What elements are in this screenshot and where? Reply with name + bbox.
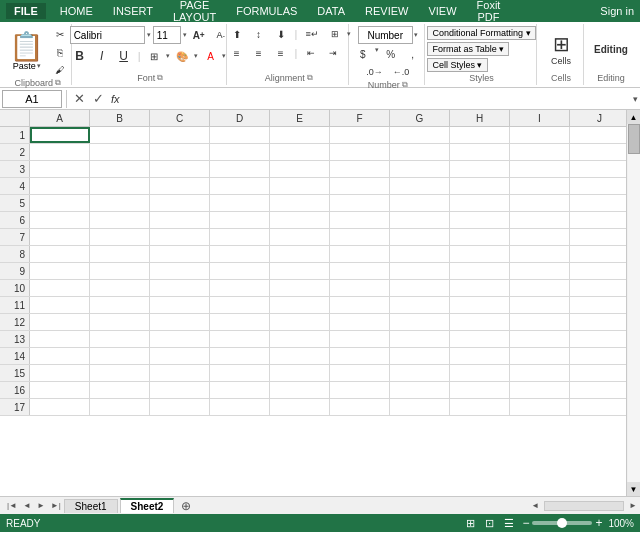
cell-C10[interactable] bbox=[150, 280, 210, 296]
cell-A12[interactable] bbox=[30, 314, 90, 330]
cell-G15[interactable] bbox=[390, 365, 450, 381]
format-table-button[interactable]: Format as Table ▾ bbox=[427, 42, 509, 56]
cell-G1[interactable] bbox=[390, 127, 450, 143]
cell-C17[interactable] bbox=[150, 399, 210, 415]
cell-C16[interactable] bbox=[150, 382, 210, 398]
cell-B3[interactable] bbox=[90, 161, 150, 177]
merge-button[interactable]: ⊞ bbox=[325, 26, 345, 42]
cell-A6[interactable] bbox=[30, 212, 90, 228]
cell-D3[interactable] bbox=[210, 161, 270, 177]
cell-C13[interactable] bbox=[150, 331, 210, 347]
cell-A1[interactable] bbox=[30, 127, 90, 143]
cell-E2[interactable] bbox=[270, 144, 330, 160]
tab-view[interactable]: VIEW bbox=[418, 0, 466, 25]
percent-button[interactable]: % bbox=[381, 46, 401, 62]
cell-D4[interactable] bbox=[210, 178, 270, 194]
cell-C15[interactable] bbox=[150, 365, 210, 381]
cell-A13[interactable] bbox=[30, 331, 90, 347]
cell-E11[interactable] bbox=[270, 297, 330, 313]
cell-D1[interactable] bbox=[210, 127, 270, 143]
zoom-percentage[interactable]: 100% bbox=[608, 518, 634, 529]
fill-color-button[interactable]: 🎨 bbox=[172, 48, 192, 64]
cell-reference-box[interactable] bbox=[2, 90, 62, 108]
number-expand[interactable]: ⧉ bbox=[402, 80, 408, 90]
cell-H11[interactable] bbox=[450, 297, 510, 313]
cell-I10[interactable] bbox=[510, 280, 570, 296]
cell-B15[interactable] bbox=[90, 365, 150, 381]
cell-I15[interactable] bbox=[510, 365, 570, 381]
add-sheet-button[interactable]: ⊕ bbox=[176, 499, 196, 513]
align-right-button[interactable]: ≡ bbox=[271, 45, 291, 61]
cell-F16[interactable] bbox=[330, 382, 390, 398]
font-color-button[interactable]: A bbox=[200, 48, 220, 64]
cell-D2[interactable] bbox=[210, 144, 270, 160]
scroll-down-arrow[interactable]: ▼ bbox=[627, 482, 641, 496]
underline-button[interactable]: U bbox=[114, 47, 134, 65]
cell-C4[interactable] bbox=[150, 178, 210, 194]
col-header-C[interactable]: C bbox=[150, 110, 210, 126]
cell-J3[interactable] bbox=[570, 161, 630, 177]
cell-C12[interactable] bbox=[150, 314, 210, 330]
cell-F2[interactable] bbox=[330, 144, 390, 160]
confirm-formula-button[interactable]: ✓ bbox=[90, 90, 107, 108]
font-size-dropdown[interactable]: ▾ bbox=[183, 31, 187, 39]
number-format-dropdown[interactable]: Number bbox=[358, 26, 413, 44]
col-header-D[interactable]: D bbox=[210, 110, 270, 126]
cell-J12[interactable] bbox=[570, 314, 630, 330]
cell-F4[interactable] bbox=[330, 178, 390, 194]
cell-B11[interactable] bbox=[90, 297, 150, 313]
file-button[interactable]: FILE bbox=[6, 3, 46, 19]
cell-F7[interactable] bbox=[330, 229, 390, 245]
cells-button[interactable]: ⊞ Cells bbox=[545, 30, 577, 70]
cell-A5[interactable] bbox=[30, 195, 90, 211]
cell-J7[interactable] bbox=[570, 229, 630, 245]
cell-B2[interactable] bbox=[90, 144, 150, 160]
borders-button[interactable]: ⊞ bbox=[144, 48, 164, 64]
cell-J11[interactable] bbox=[570, 297, 630, 313]
cell-A16[interactable] bbox=[30, 382, 90, 398]
cell-E16[interactable] bbox=[270, 382, 330, 398]
cell-C6[interactable] bbox=[150, 212, 210, 228]
cell-F17[interactable] bbox=[330, 399, 390, 415]
italic-button[interactable]: I bbox=[92, 47, 112, 65]
row-number-6[interactable]: 6 bbox=[0, 212, 30, 228]
cell-H3[interactable] bbox=[450, 161, 510, 177]
cell-E5[interactable] bbox=[270, 195, 330, 211]
cell-F15[interactable] bbox=[330, 365, 390, 381]
cell-D14[interactable] bbox=[210, 348, 270, 364]
formula-bar-expand[interactable]: ▾ bbox=[633, 94, 638, 104]
cell-J6[interactable] bbox=[570, 212, 630, 228]
cell-D11[interactable] bbox=[210, 297, 270, 313]
zoom-plus-button[interactable]: + bbox=[595, 516, 602, 530]
decrease-indent-button[interactable]: ⇤ bbox=[301, 45, 321, 61]
cell-E8[interactable] bbox=[270, 246, 330, 262]
row-number-9[interactable]: 9 bbox=[0, 263, 30, 279]
fill-color-dropdown[interactable]: ▾ bbox=[194, 52, 198, 60]
bold-button[interactable]: B bbox=[70, 47, 90, 65]
number-format-arrow[interactable]: ▾ bbox=[414, 31, 418, 39]
cell-B10[interactable] bbox=[90, 280, 150, 296]
cell-J13[interactable] bbox=[570, 331, 630, 347]
cell-H16[interactable] bbox=[450, 382, 510, 398]
cell-F3[interactable] bbox=[330, 161, 390, 177]
tab-data[interactable]: DATA bbox=[307, 0, 355, 25]
cell-G3[interactable] bbox=[390, 161, 450, 177]
row-number-14[interactable]: 14 bbox=[0, 348, 30, 364]
cell-G13[interactable] bbox=[390, 331, 450, 347]
cell-J2[interactable] bbox=[570, 144, 630, 160]
cell-D17[interactable] bbox=[210, 399, 270, 415]
cell-H2[interactable] bbox=[450, 144, 510, 160]
cell-C1[interactable] bbox=[150, 127, 210, 143]
cell-C11[interactable] bbox=[150, 297, 210, 313]
alignment-expand[interactable]: ⧉ bbox=[307, 73, 313, 83]
cell-H6[interactable] bbox=[450, 212, 510, 228]
merge-dropdown[interactable]: ▾ bbox=[347, 30, 351, 38]
row-number-15[interactable]: 15 bbox=[0, 365, 30, 381]
cell-D15[interactable] bbox=[210, 365, 270, 381]
cell-C5[interactable] bbox=[150, 195, 210, 211]
col-header-E[interactable]: E bbox=[270, 110, 330, 126]
cell-E3[interactable] bbox=[270, 161, 330, 177]
cell-J5[interactable] bbox=[570, 195, 630, 211]
cell-G14[interactable] bbox=[390, 348, 450, 364]
cell-F12[interactable] bbox=[330, 314, 390, 330]
